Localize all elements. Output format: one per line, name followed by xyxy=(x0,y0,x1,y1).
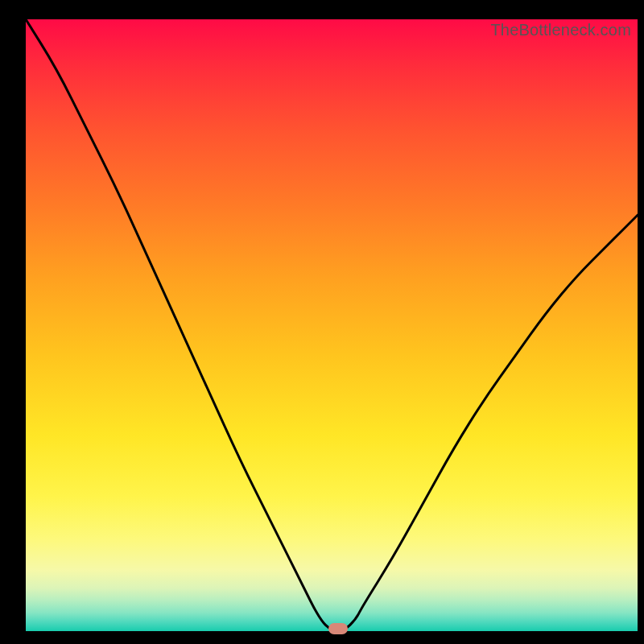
bottleneck-curve xyxy=(26,19,638,631)
chart-frame: TheBottleneck.com xyxy=(0,0,644,644)
plot-area: TheBottleneck.com xyxy=(26,19,638,631)
optimum-marker xyxy=(328,623,348,634)
